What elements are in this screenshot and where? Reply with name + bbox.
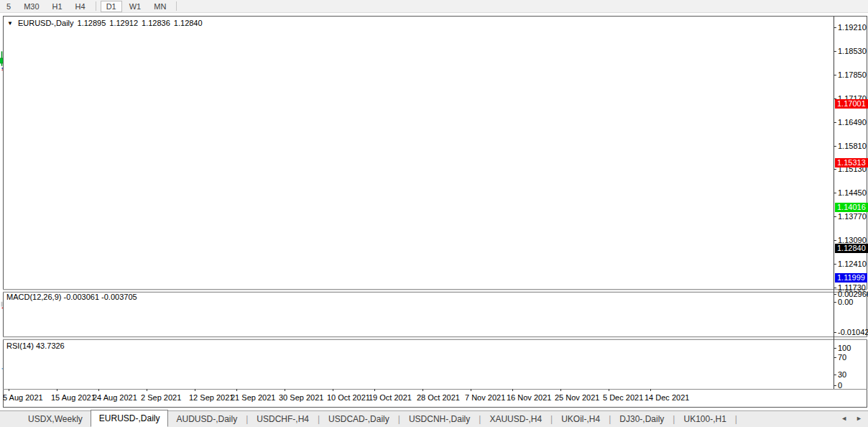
price-tag-1.11999: 1.11999	[835, 273, 867, 283]
rsi-axis-tick	[834, 348, 836, 349]
panel-splitter-rsi[interactable]	[3, 336, 867, 340]
price-tag-1.14016: 1.14016	[835, 203, 868, 212]
chart-tab-dj30-daily[interactable]: DJ30-,Daily	[611, 412, 672, 426]
price-axis-tick	[834, 75, 836, 75]
price-axis-tick	[834, 122, 836, 123]
plot-bottom-border	[3, 389, 867, 390]
price-axis-tick	[834, 264, 836, 265]
quote-open: 1.12895	[78, 19, 106, 27]
date-axis-tick	[471, 389, 471, 391]
price-axis-tick	[834, 146, 836, 147]
date-axis-tick	[9, 389, 9, 391]
chart-tab-xauusd-h4[interactable]: XAUUSD-,H4	[481, 412, 550, 426]
rsi-axis-tick	[834, 357, 836, 358]
price-axis-label: 1.12410	[838, 260, 867, 268]
price-axis-tick	[834, 169, 836, 170]
macd-axis-tick	[834, 332, 836, 333]
date-label: 2 Sep 2021	[141, 393, 181, 402]
chart-tab-audusd-daily[interactable]: AUDUSD-,Daily	[168, 412, 245, 426]
date-axis-tick	[285, 389, 285, 391]
date-label: 12 Sep 2021	[189, 393, 234, 402]
date-label: 25 Nov 2021	[555, 393, 599, 402]
date-axis-tick	[98, 389, 99, 391]
macd-axis-tick	[834, 302, 836, 303]
chart-tab-usdcad-daily[interactable]: USDCAD-,Daily	[320, 412, 397, 426]
date-axis-tick	[423, 389, 423, 391]
rsi-axis-tick	[834, 375, 836, 375]
date-axis-tick	[195, 389, 195, 391]
date-label: 24 Aug 2021	[93, 393, 137, 402]
chart-tabs-bar: USDX,WeeklyEURUSD-,DailyAUDUSD-,Daily|US…	[0, 410, 868, 427]
chart-tab-ukoil-h4[interactable]: UKOil-,H4	[553, 412, 608, 426]
rsi-axis-label: 0	[838, 381, 842, 390]
chart-tab-usdchf-h4[interactable]: USDCHF-,H4	[249, 412, 317, 426]
price-axis-tick	[834, 51, 836, 52]
rsi-panel-label: RSI(14) 43.7326	[6, 341, 65, 350]
chart-tab-usdcnh-daily[interactable]: USDCNH-,Daily	[401, 412, 478, 426]
quote-low: 1.12836	[142, 19, 170, 27]
tab-separator: |	[734, 414, 738, 424]
rsi-axis-label: 70	[838, 353, 846, 362]
date-label: 7 Nov 2021	[465, 393, 505, 402]
macd-axis-tick	[834, 294, 836, 295]
price-tag-1.17001: 1.17001	[835, 99, 868, 109]
price-axis-label: 1.19210	[838, 23, 867, 32]
tabs-scroll-right-icon[interactable]: ►	[856, 415, 862, 422]
price-tag-1.15313: 1.15313	[835, 158, 868, 167]
date-label: 14 Dec 2021	[645, 393, 689, 402]
price-axis-label: 1.18530	[838, 47, 867, 55]
date-label: 19 Oct 2021	[369, 393, 412, 402]
chart-title: ▼ EURUSD-,Daily 1.12895 1.12912 1.12836 …	[7, 19, 203, 27]
price-axis-tick	[834, 240, 836, 241]
price-axis-tick	[834, 27, 836, 28]
rsi-axis-label: 30	[838, 370, 846, 379]
date-axis-tick	[650, 389, 651, 391]
price-axis-tick	[834, 193, 836, 193]
price-axis-tick	[834, 288, 836, 288]
quote-close: 1.12840	[174, 19, 203, 27]
date-label: 28 Oct 2021	[417, 393, 460, 402]
price-axis-label: 1.17850	[838, 70, 867, 79]
chart-tab-usdx-weekly[interactable]: USDX,Weekly	[20, 412, 91, 426]
date-axis-tick	[560, 389, 561, 391]
macd-axis-label: 0.00	[838, 298, 853, 306]
date-axis-tick	[374, 389, 375, 391]
date-label: 10 Oct 2021	[327, 393, 370, 402]
date-label: 30 Sep 2021	[279, 393, 323, 402]
price-axis-separator	[834, 17, 834, 389]
date-axis-tick	[57, 389, 57, 391]
rsi-axis-tick	[834, 385, 836, 386]
date-label: 15 Aug 2021	[51, 393, 96, 402]
dropdown-triangle-icon[interactable]: ▼	[7, 20, 13, 27]
chart-tab-uk100-h1[interactable]: UK100-,H1	[675, 412, 734, 426]
date-label: 16 Nov 2021	[507, 393, 551, 402]
date-axis-tick	[147, 389, 147, 391]
rsi-axis-label: 100	[838, 344, 851, 352]
tabs-scroll-left-icon[interactable]: ◄	[841, 415, 847, 422]
chart-symbol-period: EURUSD-,Daily	[18, 19, 74, 27]
chart-tab-eurusd-daily[interactable]: EURUSD-,Daily	[91, 410, 169, 427]
date-axis-tick	[333, 389, 333, 391]
date-axis-tick	[512, 389, 513, 391]
price-axis-tick	[834, 216, 836, 217]
date-label: 21 Sep 2021	[231, 393, 275, 402]
current-price-tag: 1.12840	[835, 244, 868, 253]
price-axis-label: 1.13770	[838, 212, 867, 221]
macd-axis-label: -0.010422	[838, 328, 868, 336]
date-label: 5 Dec 2021	[603, 393, 643, 402]
chart-window	[3, 16, 867, 408]
date-axis-tick	[236, 389, 237, 391]
quote-high: 1.12912	[109, 19, 138, 27]
price-axis-label: 1.15810	[838, 142, 867, 150]
date-label: 5 Aug 2021	[3, 393, 43, 402]
price-axis-label: 1.14450	[838, 188, 867, 197]
macd-panel-label: MACD(12,26,9) -0.003061 -0.003705	[6, 293, 137, 301]
date-axis-tick	[609, 389, 609, 391]
price-axis-label: 1.16490	[838, 118, 867, 127]
